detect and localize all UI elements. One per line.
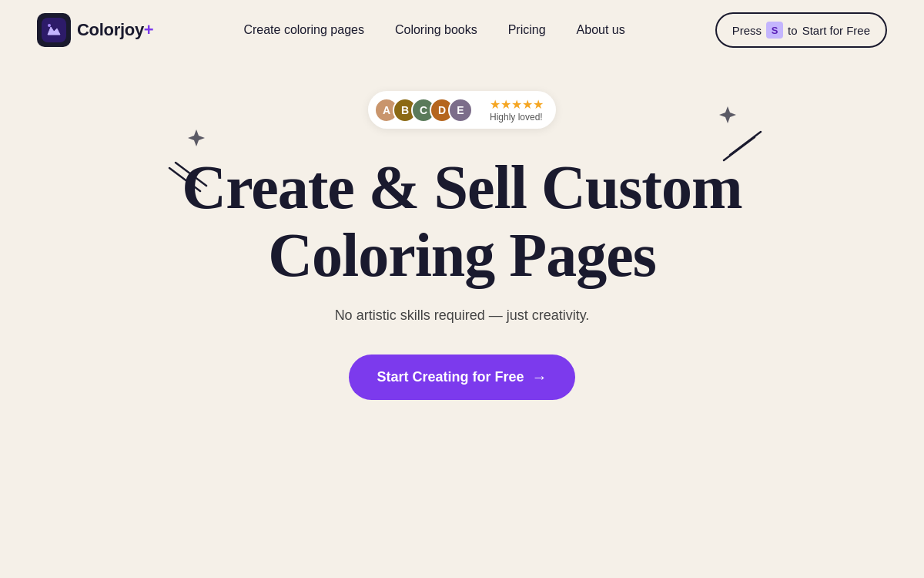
- social-proof-text: ★★★★★ Highly loved!: [490, 97, 544, 123]
- nav-item-pricing[interactable]: Pricing: [508, 23, 546, 37]
- avatar: E: [448, 98, 473, 123]
- hero-section: A B C D E ★★★★★ Highly loved! Create & S…: [0, 60, 924, 400]
- social-proof-pill: A B C D E ★★★★★ Highly loved!: [368, 91, 556, 129]
- logo-wordmark: Colorjoy+: [77, 20, 153, 40]
- nav-link-books[interactable]: Coloring books: [395, 23, 477, 36]
- nav-links: Create coloring pages Coloring books Pri…: [243, 23, 624, 37]
- hero-subtext: No artistic skills required — just creat…: [335, 307, 590, 324]
- cta-prefix: Press: [732, 24, 762, 37]
- star-rating: ★★★★★: [490, 97, 544, 112]
- nav-item-create[interactable]: Create coloring pages: [243, 23, 364, 37]
- cta-key-badge: S: [766, 22, 783, 39]
- nav-cta-button[interactable]: Press S to Start for Free: [715, 12, 887, 48]
- svg-point-2: [48, 24, 51, 27]
- arrow-right-icon: →: [532, 368, 547, 386]
- highly-loved-label: Highly loved!: [490, 112, 543, 123]
- logo-icon: [37, 13, 71, 47]
- svg-line-6: [730, 132, 761, 155]
- hero-cta-button[interactable]: Start Creating for Free →: [349, 355, 574, 400]
- nav-link-pricing[interactable]: Pricing: [508, 23, 546, 36]
- hero-heading: Create & Sell Custom Coloring Pages: [182, 153, 742, 289]
- nav-link-create[interactable]: Create coloring pages: [243, 23, 364, 36]
- navbar: Colorjoy+ Create coloring pages Coloring…: [0, 0, 924, 60]
- nav-item-books[interactable]: Coloring books: [395, 23, 477, 37]
- cta-label: Start Creating for Free: [377, 369, 524, 385]
- cta-suffix: to: [788, 24, 798, 37]
- svg-rect-1: [42, 18, 66, 42]
- nav-item-about[interactable]: About us: [577, 23, 625, 37]
- cta-action: Start for Free: [802, 24, 870, 37]
- logo[interactable]: Colorjoy+: [37, 13, 153, 47]
- avatar-stack: A B C D E: [374, 98, 473, 123]
- nav-link-about[interactable]: About us: [577, 23, 625, 36]
